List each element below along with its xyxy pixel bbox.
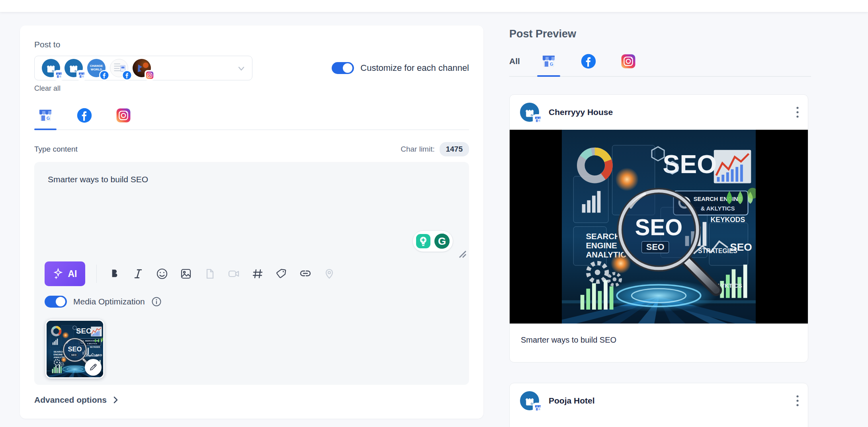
advanced-options-label: Advanced options (34, 395, 107, 405)
link-icon[interactable] (299, 267, 312, 280)
hashtag-icon[interactable] (251, 267, 264, 280)
top-bar (0, 0, 868, 12)
instagram-icon (621, 54, 636, 69)
edit-media-button[interactable] (85, 359, 102, 376)
file-icon (203, 267, 216, 280)
post-image (510, 130, 808, 324)
preview-card-cherryyy-house: Cherryyy House Smarter ways to build SEO (509, 94, 808, 363)
google-business-icon (541, 54, 556, 69)
facebook-icon (581, 54, 596, 69)
composer-card: Post to CHANGEWORLD (20, 25, 483, 419)
editor-toolbar: AI (45, 261, 336, 286)
sparkles-icon (53, 268, 65, 280)
customize-toggle[interactable] (332, 62, 354, 74)
kebab-menu-icon (796, 106, 799, 119)
chevron-right-icon (111, 396, 119, 404)
seo-post-art (562, 130, 756, 324)
ai-button-label: AI (68, 269, 77, 279)
google-business-badge-icon (55, 71, 63, 80)
preview-tab-instagram[interactable] (617, 54, 639, 69)
italic-icon[interactable] (132, 267, 145, 280)
tag-icon[interactable] (275, 267, 288, 280)
account-chip-instagram[interactable] (133, 59, 151, 77)
kebab-menu-icon (796, 394, 799, 407)
google-business-badge-icon (534, 404, 542, 412)
media-optimization-row: Media Optimization (45, 296, 162, 308)
clear-all-link[interactable]: Clear all (34, 84, 61, 93)
post-text[interactable]: Smarter ways to build SEO (34, 162, 469, 197)
instagram-badge-icon (145, 71, 154, 80)
suggestion-bulb-icon (415, 233, 431, 249)
preview-card-header: Pooja Hotel (510, 383, 808, 418)
preview-card-header: Cherryyy House (510, 95, 808, 130)
account-name: Pooja Hotel (549, 396, 595, 406)
emoji-icon[interactable] (156, 267, 168, 280)
selected-account-chips: CHANGEWORLD (42, 59, 151, 77)
account-avatar (520, 391, 539, 410)
grammarly-letter: G (438, 235, 446, 247)
toolbar-divider (96, 265, 97, 283)
media-optimization-label: Media Optimization (73, 297, 145, 306)
instagram-icon (116, 108, 131, 123)
advanced-options-link[interactable]: Advanced options (34, 395, 119, 405)
account-chip-gbp-1[interactable] (42, 59, 60, 77)
grammarly-icon: G (434, 233, 450, 250)
account-select[interactable]: CHANGEWORLD (34, 56, 252, 80)
preview-card-pooja-hotel: Pooja Hotel (509, 383, 808, 427)
post-preview-panel: Post Preview All Cherryyy House (509, 28, 811, 427)
facebook-badge-icon (100, 71, 109, 80)
post-caption: Smarter ways to build SEO (510, 324, 808, 362)
google-business-icon (38, 108, 53, 123)
info-icon[interactable] (151, 296, 162, 307)
resize-handle[interactable] (457, 249, 467, 259)
preview-tabs: All (509, 54, 811, 77)
post-to-label: Post to (34, 40, 469, 49)
card-menu-button[interactable] (796, 394, 799, 407)
card-menu-button[interactable] (796, 106, 799, 119)
grammarly-widget[interactable]: G (412, 230, 453, 252)
channel-tab-google-business[interactable] (34, 108, 57, 123)
preview-tab-all[interactable]: All (509, 57, 520, 66)
account-name: Cherryyy House (549, 107, 613, 117)
channel-tab-facebook[interactable] (73, 108, 96, 123)
preview-tab-google-business[interactable] (538, 54, 560, 69)
channel-tabs (34, 108, 469, 130)
char-limit-label: Char limit: (401, 145, 435, 154)
google-business-badge-icon (77, 71, 86, 80)
location-icon (323, 267, 336, 280)
char-limit-value: 1475 (440, 142, 469, 156)
media-thumbnail[interactable] (45, 320, 104, 378)
bold-icon[interactable] (108, 267, 121, 280)
facebook-icon (77, 108, 92, 123)
google-business-badge-icon (534, 115, 542, 124)
channel-tab-instagram[interactable] (112, 108, 135, 123)
facebook-badge-icon (123, 71, 131, 80)
post-preview-title: Post Preview (509, 28, 811, 40)
content-editor[interactable]: Smarter ways to build SEO G (34, 162, 469, 385)
ai-assistant-button[interactable]: AI (45, 261, 85, 286)
image-icon[interactable] (180, 267, 192, 280)
account-chip-gbp-2[interactable] (65, 59, 83, 77)
customize-toggle-label: Customize for each channel (360, 63, 469, 73)
char-limit: Char limit: 1475 (401, 142, 469, 156)
chevron-down-icon[interactable] (237, 64, 246, 73)
customize-toggle-row: Customize for each channel (332, 62, 469, 74)
pencil-icon (89, 363, 97, 371)
media-optimization-toggle[interactable] (45, 296, 67, 308)
account-chip-facebook-2[interactable] (110, 59, 128, 77)
account-chip-facebook-1[interactable]: CHANGEWORLD (87, 59, 106, 77)
video-icon (227, 267, 240, 280)
preview-tab-facebook[interactable] (577, 54, 600, 69)
account-avatar (520, 103, 539, 122)
type-content-label: Type content (34, 145, 78, 154)
